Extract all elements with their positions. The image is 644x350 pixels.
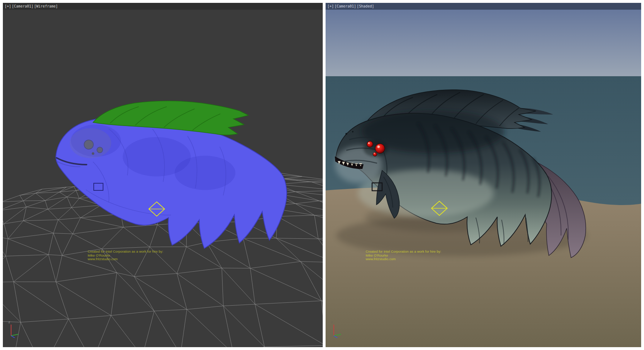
nostril: [352, 131, 353, 132]
world-axis-gizmo: z: [330, 319, 346, 339]
fish-model-wireframe[interactable]: [56, 101, 287, 248]
viewport-wireframe[interactable]: [+] [Camera01] [Wireframe]: [3, 3, 323, 347]
viewport-pov-menu[interactable]: [Camera01]: [12, 4, 33, 8]
wireframe-scene: [3, 3, 323, 347]
axis-z-label: z: [331, 320, 333, 324]
shaded-scene: [326, 3, 641, 347]
viewport-label-bar: [+] [Camera01] [Shaded]: [326, 3, 641, 10]
sky: [326, 3, 641, 79]
axis-line-x: [334, 336, 337, 338]
watermark-line: Created for Intel Corporation as a work …: [88, 250, 163, 254]
viewport-shaded[interactable]: [+] [Camera01] [Shaded]: [326, 3, 641, 347]
watermark-line: www.fritzstudio.com: [88, 257, 163, 261]
axis-line-y: [11, 334, 18, 336]
fish-shade-patch: [175, 156, 235, 190]
viewport-label-bar: [+] [Camera01] [Wireframe]: [3, 3, 323, 10]
scene-watermark: Created for Intel Corporation as a work …: [366, 250, 441, 261]
nostril: [346, 133, 347, 135]
viewport-shading-menu[interactable]: [Wireframe]: [34, 4, 58, 8]
watermark-line: www.fritzstudio.com: [366, 257, 441, 261]
axis-line-y: [334, 334, 341, 336]
dual-viewport-layout: [+] [Camera01] [Wireframe]: [0, 0, 644, 350]
viewport-shading-menu[interactable]: [Shaded]: [357, 4, 374, 8]
scene-watermark: Created for Intel Corporation as a work …: [88, 250, 163, 261]
axis-z-label: z: [8, 320, 10, 324]
viewport-pov-menu[interactable]: [Camera01]: [335, 4, 356, 8]
watermark-line: Created for Intel Corporation as a work …: [366, 250, 441, 254]
viewport-general-menu[interactable]: [+]: [5, 4, 11, 8]
world-axis-gizmo: z: [7, 319, 23, 339]
viewport-general-menu[interactable]: [+]: [327, 4, 334, 8]
axis-line-x: [11, 336, 15, 338]
